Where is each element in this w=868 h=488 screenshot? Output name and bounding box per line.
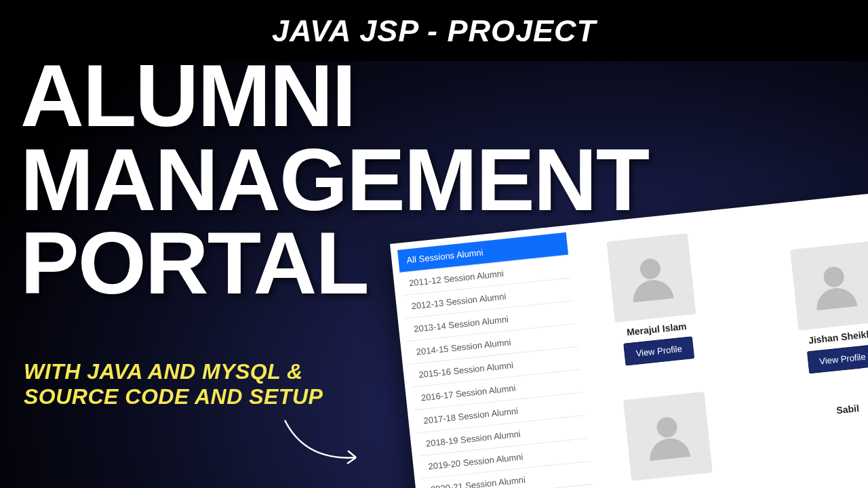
topbar-label: JAVA JSP - PROJECT xyxy=(0,0,868,49)
avatar-placeholder-icon xyxy=(790,241,868,331)
title-line-3: PORTAL xyxy=(20,222,648,306)
avatar-placeholder-icon xyxy=(623,392,713,481)
title-line-2: MANAGEMENT xyxy=(20,138,648,222)
alumni-name: Sabil xyxy=(836,403,860,415)
svg-point-1 xyxy=(823,266,845,288)
alumni-name: Merajul Islam xyxy=(626,321,687,338)
alumni-name: Jishan Sheikh xyxy=(808,328,868,346)
view-profile-button[interactable]: View Profile xyxy=(807,344,868,374)
alumni-card: Sabil xyxy=(777,396,868,470)
alumni-card xyxy=(593,388,743,488)
alumni-card: Jishan Sheikh View Profile xyxy=(760,238,868,378)
subtitle-line-1: WITH JAVA AND MYSQL & xyxy=(24,359,323,384)
subtitle-line-2: SOURCE CODE AND SETUP xyxy=(24,384,323,409)
svg-point-2 xyxy=(656,416,678,439)
subtitle: WITH JAVA AND MYSQL & SOURCE CODE AND SE… xyxy=(24,359,323,409)
title-line-1: ALUMNI xyxy=(20,54,648,138)
view-profile-button[interactable]: View Profile xyxy=(623,336,694,366)
arrow-icon xyxy=(278,413,373,474)
main-title: ALUMNI MANAGEMENT PORTAL xyxy=(20,54,648,306)
